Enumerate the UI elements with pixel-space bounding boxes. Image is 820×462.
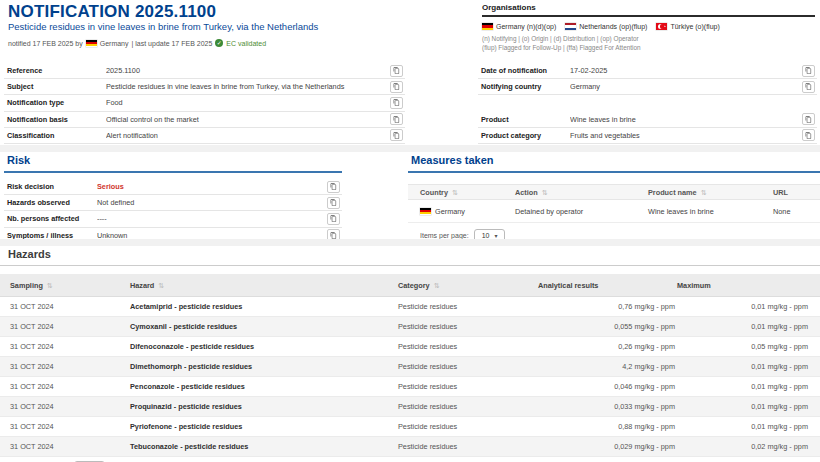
- hazards-panel: Hazards Sampling⇅ Hazard⇅ Category⇅ Anal…: [0, 246, 820, 462]
- measures-section-title: Measures taken: [408, 152, 820, 173]
- copy-button[interactable]: [802, 65, 815, 77]
- hazard-maximum-cell: 0,05 mg/kg - ppm: [677, 342, 810, 351]
- hazard-name-cell: Difenoconazole - pesticide residues: [130, 342, 398, 351]
- ec-validated-label: EC validated: [226, 40, 266, 47]
- column-header-product-name[interactable]: Product name⇅: [648, 188, 773, 197]
- hazard-analytical-cell: 0,029 mg/kg - ppm: [538, 442, 677, 451]
- hazard-category-cell: Pesticide residues: [398, 382, 538, 391]
- germany-flag-icon: [482, 23, 493, 30]
- page-subtitle: Pesticide residues in vine leaves in bri…: [8, 21, 318, 32]
- sort-icon[interactable]: ⇅: [434, 282, 440, 289]
- field-value: Fruits and vegetables: [570, 131, 802, 140]
- column-header-category[interactable]: Category⇅: [398, 281, 538, 290]
- details-right-panel: Date of notification 17-02-2025 Notifyin…: [478, 63, 817, 144]
- field-value: Official control on the market: [106, 115, 390, 124]
- hazard-analytical-cell: 0,88 mg/kg - ppm: [538, 422, 677, 431]
- hazards-section-title: Hazards: [0, 246, 820, 266]
- copy-button[interactable]: [802, 81, 815, 93]
- hazard-maximum-cell: 0,01 mg/kg - ppm: [677, 302, 810, 311]
- organisation-label: Türkiye (o)(flup): [670, 23, 719, 30]
- section-divider: [0, 145, 820, 152]
- column-header-url: URL: [773, 188, 808, 197]
- hazard-row: 31 OCT 2024 Difenoconazole - pesticide r…: [0, 337, 820, 357]
- column-header-analytical-results: Analytical results: [538, 281, 677, 290]
- hazard-sampling-cell: 31 OCT 2024: [10, 402, 130, 411]
- notified-line: notified 17 FEB 2025 by Germany | last u…: [8, 39, 266, 47]
- copy-button[interactable]: [802, 113, 815, 125]
- field-group-spacer: [478, 95, 817, 111]
- copy-button[interactable]: [327, 197, 340, 209]
- field-row-product: Product Wine leaves in brine: [478, 112, 817, 128]
- copy-button[interactable]: [327, 181, 340, 193]
- hazard-category-cell: Pesticide residues: [398, 342, 538, 351]
- field-value: Pesticide residues in vine leaves in bri…: [106, 82, 390, 91]
- column-header-hazard[interactable]: Hazard⇅: [130, 281, 398, 290]
- hazard-category-cell: Pesticide residues: [398, 402, 538, 411]
- sort-icon[interactable]: ⇅: [701, 189, 707, 196]
- hazard-maximum-cell: 0,01 mg/kg - ppm: [677, 382, 810, 391]
- hazard-category-cell: Pesticide residues: [398, 422, 538, 431]
- field-label: Hazards observed: [7, 198, 97, 207]
- hazard-sampling-cell: 31 OCT 2024: [10, 382, 130, 391]
- copy-button[interactable]: [390, 65, 403, 77]
- hazard-name-cell: Proquinazid - pesticide residues: [130, 402, 398, 411]
- copy-button[interactable]: [390, 113, 403, 125]
- copy-button[interactable]: [327, 213, 340, 225]
- field-row-persons-affected: Nb. persons affected ----: [4, 211, 342, 227]
- hazards-table-header: Sampling⇅ Hazard⇅ Category⇅ Analytical r…: [0, 274, 820, 297]
- hazard-sampling-cell: 31 OCT 2024: [10, 422, 130, 431]
- field-value: 17-02-2025: [570, 66, 802, 75]
- hazard-sampling-cell: 31 OCT 2024: [10, 322, 130, 331]
- field-row-notifying-country: Notifying country Germany: [478, 79, 817, 95]
- hazard-row: 31 OCT 2024 Penconazole - pesticide resi…: [0, 377, 820, 397]
- column-header-sampling[interactable]: Sampling⇅: [10, 281, 130, 290]
- risk-section-title: Risk: [4, 152, 342, 173]
- hazard-sampling-cell: 31 OCT 2024: [10, 342, 130, 351]
- germany-flag-icon: [86, 40, 97, 47]
- field-label: Subject: [7, 82, 106, 91]
- field-row-notification-basis: Notification basis Official control on t…: [4, 112, 405, 128]
- column-header-action[interactable]: Action⇅: [515, 188, 648, 197]
- items-per-page-label: Items per page:: [420, 232, 469, 239]
- field-label: Nb. persons affected: [7, 214, 97, 223]
- hazard-sampling-cell: 31 OCT 2024: [10, 362, 130, 371]
- measures-table-header: Country⇅ Action⇅ Product name⇅ URL: [408, 184, 820, 200]
- measures-panel: Measures taken Country⇅ Action⇅ Product …: [408, 152, 820, 246]
- sort-icon[interactable]: ⇅: [158, 282, 164, 289]
- hazard-analytical-cell: 0,26 mg/kg - ppm: [538, 342, 677, 351]
- hazard-maximum-cell: 0,01 mg/kg - ppm: [677, 422, 810, 431]
- field-row-hazards-observed: Hazards observed Not defined: [4, 195, 342, 211]
- chevron-down-icon: ▾: [494, 232, 497, 239]
- hazard-analytical-cell: 0,055 mg/kg - ppm: [538, 322, 677, 331]
- hazard-maximum-cell: 0,01 mg/kg - ppm: [677, 322, 810, 331]
- field-label: Notification type: [7, 98, 106, 107]
- field-row-risk-decision: Risk decision Serious: [4, 179, 342, 195]
- sort-icon[interactable]: ⇅: [47, 282, 53, 289]
- field-row-subject: Subject Pesticide residues in vine leave…: [4, 79, 405, 95]
- organisations-title: Organisations: [482, 3, 815, 17]
- hazard-category-cell: Pesticide residues: [398, 322, 538, 331]
- hazard-analytical-cell: 4,2 mg/kg - ppm: [538, 362, 677, 371]
- column-header-country[interactable]: Country⇅: [420, 188, 515, 197]
- hazard-row: 31 OCT 2024 Proquinazid - pesticide resi…: [0, 397, 820, 417]
- notified-prefix: notified 17 FEB 2025 by: [8, 40, 83, 47]
- hazard-row: 31 OCT 2024 Dimethomorph - pesticide res…: [0, 357, 820, 377]
- hazard-row: 31 OCT 2024 Tebuconazole - pesticide res…: [0, 437, 820, 457]
- measure-url-cell: None: [773, 207, 808, 216]
- copy-button[interactable]: [390, 81, 403, 93]
- hazard-category-cell: Pesticide residues: [398, 442, 538, 451]
- measure-country-cell: Germany: [420, 207, 515, 216]
- copy-button[interactable]: [390, 97, 403, 109]
- germany-flag-icon: [420, 208, 431, 215]
- copy-button[interactable]: [390, 129, 403, 141]
- copy-button[interactable]: [802, 129, 815, 141]
- sort-icon[interactable]: ⇅: [542, 189, 548, 196]
- field-value: Wine leaves in brine: [570, 115, 802, 124]
- field-row-date-of-notification: Date of notification 17-02-2025: [478, 63, 817, 79]
- sort-icon[interactable]: ⇅: [452, 189, 458, 196]
- hazard-analytical-cell: 0,76 mg/kg - ppm: [538, 302, 677, 311]
- organisations-panel: Organisations Germany (n)(d)(op) Netherl…: [482, 3, 815, 53]
- measure-product-cell: Wine leaves in brine: [648, 207, 773, 216]
- rasff-notification-page: NOTIFICATION 2025.1100 Pesticide residue…: [0, 0, 820, 462]
- field-row-notification-type: Notification type Food: [4, 95, 405, 111]
